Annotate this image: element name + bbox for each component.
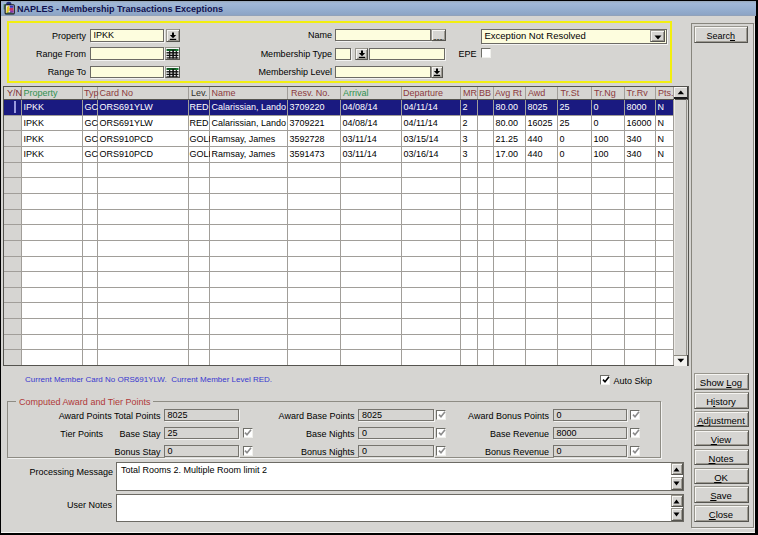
svg-text:3: 3 — [463, 149, 468, 159]
svg-text:Ramsay, James: Ramsay, James — [212, 134, 276, 144]
svg-text:16025: 16025 — [528, 118, 553, 128]
svg-text:GC: GC — [85, 102, 99, 112]
svg-text:Tr.St: Tr.St — [561, 88, 580, 98]
svg-text:340: 340 — [627, 149, 642, 159]
svg-text:03/11/14: 03/11/14 — [343, 149, 377, 159]
svg-text:IPKK: IPKK — [24, 118, 45, 128]
svg-text:Property: Property — [24, 88, 59, 98]
svg-text:IPKK: IPKK — [24, 149, 45, 159]
svg-text:04/08/14: 04/08/14 — [343, 102, 378, 112]
svg-text:N: N — [658, 134, 665, 144]
svg-text:04/11/14: 04/11/14 — [404, 102, 438, 112]
svg-text:3591473: 3591473 — [290, 149, 325, 159]
svg-text:8000: 8000 — [627, 102, 647, 112]
svg-text:Pts.: Pts. — [658, 88, 674, 98]
svg-text:03/16/14: 03/16/14 — [404, 149, 439, 159]
svg-text:Y/N: Y/N — [7, 88, 22, 98]
svg-text:ORS691YLW: ORS691YLW — [100, 118, 154, 128]
svg-text:Tr.Ng: Tr.Ng — [594, 88, 616, 98]
svg-text:21.25: 21.25 — [496, 134, 519, 144]
svg-text:Resv. No.: Resv. No. — [291, 88, 330, 98]
svg-text:8025: 8025 — [528, 102, 548, 112]
svg-text:80.00: 80.00 — [496, 102, 519, 112]
svg-text:100: 100 — [594, 134, 609, 144]
svg-text:GC: GC — [85, 118, 99, 128]
svg-text:GC: GC — [85, 134, 99, 144]
svg-text:80.00: 80.00 — [496, 118, 519, 128]
svg-text:0: 0 — [594, 102, 599, 112]
svg-text:IPKK: IPKK — [24, 134, 45, 144]
svg-text:04/08/14: 04/08/14 — [343, 118, 378, 128]
svg-text:Calarissian, Lando: Calarissian, Lando — [212, 102, 287, 112]
svg-text:Typ: Typ — [84, 88, 99, 98]
svg-text:Lev.: Lev. — [191, 88, 207, 98]
svg-text:Awd: Awd — [528, 88, 545, 98]
svg-text:0: 0 — [594, 118, 599, 128]
svg-text:340: 340 — [627, 134, 642, 144]
svg-text:RED: RED — [190, 118, 210, 128]
svg-text:BB: BB — [479, 88, 491, 98]
svg-text:3709221: 3709221 — [290, 118, 325, 128]
svg-text:16000: 16000 — [627, 118, 652, 128]
svg-text:3592728: 3592728 — [290, 134, 325, 144]
svg-text:IPKK: IPKK — [24, 102, 45, 112]
svg-text:GC: GC — [85, 149, 99, 159]
svg-text:03/15/14: 03/15/14 — [404, 134, 439, 144]
svg-text:Arrival: Arrival — [343, 88, 369, 98]
svg-text:Card No: Card No — [100, 88, 134, 98]
svg-text:Ramsay, James: Ramsay, James — [212, 149, 276, 159]
svg-text:ORS910PCD: ORS910PCD — [100, 149, 154, 159]
svg-text:RED: RED — [190, 102, 210, 112]
svg-text:3: 3 — [463, 134, 468, 144]
svg-text:ORS910PCD: ORS910PCD — [100, 134, 154, 144]
svg-text:MR: MR — [463, 88, 477, 98]
svg-text:25: 25 — [560, 118, 570, 128]
svg-text:N: N — [658, 149, 665, 159]
svg-text:N: N — [658, 102, 665, 112]
svg-text:25: 25 — [560, 102, 570, 112]
svg-text:440: 440 — [528, 149, 543, 159]
svg-text:100: 100 — [594, 149, 609, 159]
svg-text:N: N — [658, 118, 665, 128]
svg-text:0: 0 — [560, 134, 565, 144]
svg-text:2: 2 — [463, 118, 468, 128]
svg-text:0: 0 — [560, 149, 565, 159]
svg-text:Tr.Rv: Tr.Rv — [627, 88, 649, 98]
svg-text:Departure: Departure — [403, 88, 443, 98]
svg-text:440: 440 — [528, 134, 543, 144]
svg-text:ORS691YLW: ORS691YLW — [100, 102, 154, 112]
svg-text:Name: Name — [212, 88, 236, 98]
svg-text:03/11/14: 03/11/14 — [343, 134, 377, 144]
svg-text:2: 2 — [463, 102, 468, 112]
svg-text:Avg Rt: Avg Rt — [495, 88, 522, 98]
svg-text:04/11/14: 04/11/14 — [404, 118, 438, 128]
svg-text:Calarissian, Lando: Calarissian, Lando — [212, 118, 287, 128]
svg-text:3709220: 3709220 — [290, 102, 325, 112]
svg-text:17.00: 17.00 — [496, 149, 519, 159]
